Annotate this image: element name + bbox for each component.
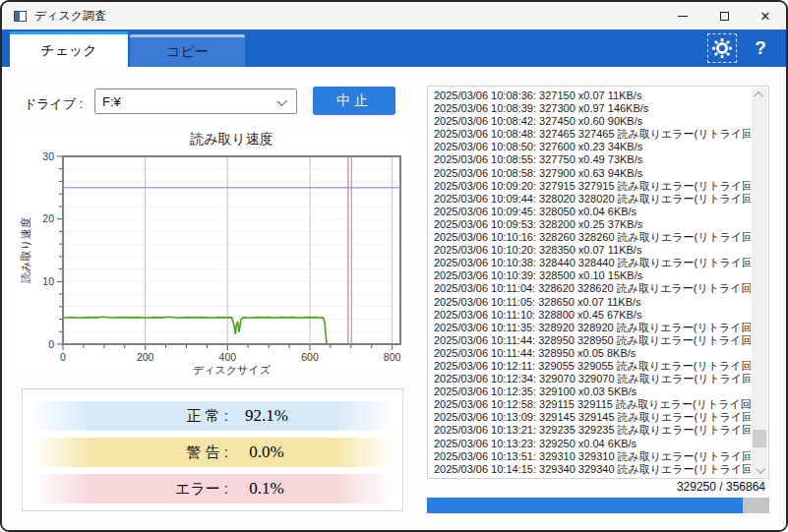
svg-text:20: 20 bbox=[42, 212, 54, 224]
stop-button[interactable]: 中止 bbox=[313, 87, 395, 115]
log-line: 2025/03/06 10:08:48: 327465 327465 読み取りエ… bbox=[434, 128, 751, 141]
log-line: 2025/03/06 10:09:53: 328200 x0.25 37KB/s bbox=[434, 218, 751, 231]
log-line: 2025/03/06 10:13:23: 329250 x0.04 6KB/s bbox=[434, 438, 751, 450]
svg-text:0: 0 bbox=[48, 338, 54, 350]
status-error-value: 0.1% bbox=[228, 479, 305, 499]
svg-text:読み取り速度: 読み取り速度 bbox=[190, 131, 273, 147]
log-line: 2025/03/06 10:09:20: 327915 327915 読み取りエ… bbox=[434, 180, 751, 193]
tab-check-label: チェック bbox=[40, 42, 96, 60]
log-line: 2025/03/06 10:12:11: 329055 329055 読み取りエ… bbox=[434, 360, 751, 373]
log-scrollbar[interactable] bbox=[752, 88, 767, 477]
log-line: 2025/03/06 10:10:38: 328440 328440 読み取りエ… bbox=[434, 257, 751, 269]
settings-button[interactable] bbox=[707, 33, 737, 63]
log-line: 2025/03/06 10:11:05: 328650 x0.07 11KB/s bbox=[434, 296, 751, 309]
tab-copy-label: コピー bbox=[166, 43, 209, 61]
svg-text:ディスクサイズ: ディスクサイズ bbox=[193, 364, 272, 376]
progress-fill bbox=[427, 498, 743, 513]
log-line: 2025/03/06 10:12:34: 329070 329070 読み取りエ… bbox=[434, 373, 751, 385]
tab-bar: チェック コピー ? bbox=[2, 30, 786, 67]
progress-label: 329250 / 356864 bbox=[677, 480, 765, 494]
log-line: 2025/03/06 10:11:44: 328950 x0.05 8KB/s bbox=[434, 347, 751, 360]
maximize-button[interactable] bbox=[703, 2, 745, 30]
svg-text:10: 10 bbox=[42, 275, 54, 287]
svg-text:200: 200 bbox=[137, 351, 154, 363]
read-speed-chart-svg: 02004006008000102030読み取り速度ディスクサイズ読み取り速度 bbox=[16, 128, 409, 376]
scrollbar-thumb[interactable] bbox=[753, 430, 766, 447]
log-line: 2025/03/06 10:11:35: 328920 328920 読み取りエ… bbox=[434, 322, 751, 334]
chevron-down-icon bbox=[277, 96, 287, 106]
status-warning-label: 警 告 : bbox=[120, 443, 228, 462]
app-icon bbox=[14, 11, 27, 22]
log-line: 2025/03/06 10:08:36: 327150 x0.07 11KB/s bbox=[434, 89, 751, 102]
log-line: 2025/03/06 10:10:16: 328260 328260 読み取りエ… bbox=[434, 231, 751, 244]
log-line: 2025/03/06 10:08:58: 327900 x0.63 94KB/s bbox=[434, 167, 751, 180]
log-line: 2025/03/06 10:11:44: 328950 328950 読み取りエ… bbox=[434, 334, 751, 347]
status-warning-value: 0.0% bbox=[228, 443, 305, 462]
chevron-up-icon bbox=[754, 91, 763, 101]
tab-copy[interactable]: コピー bbox=[130, 34, 245, 67]
stop-button-label: 中止 bbox=[336, 92, 372, 110]
gear-icon bbox=[711, 37, 733, 59]
minimize-button[interactable] bbox=[662, 2, 703, 30]
log-line: 2025/03/06 10:13:51: 329310 329310 読み取りエ… bbox=[434, 450, 751, 463]
help-button[interactable]: ? bbox=[749, 37, 772, 59]
log-line: 2025/03/06 10:11:04: 328620 328620 読み取りエ… bbox=[434, 282, 751, 295]
header-buttons: ? bbox=[707, 32, 772, 64]
status-row-error: エラー : 0.1% bbox=[32, 474, 393, 503]
maximize-icon bbox=[720, 12, 729, 21]
drive-label: ドライブ : bbox=[24, 95, 83, 113]
read-speed-chart: 02004006008000102030読み取り速度ディスクサイズ読み取り速度 bbox=[16, 128, 409, 376]
log-line: 2025/03/06 10:09:44: 328020 328020 読み取りエ… bbox=[434, 193, 751, 206]
svg-text:読み取り速度: 読み取り速度 bbox=[20, 217, 31, 283]
log-line: 2025/03/06 10:08:55: 327750 x0.49 73KB/s bbox=[434, 153, 751, 166]
status-panel: 正 常 : 92.1% 警 告 : 0.0% エラー : 0.1% bbox=[22, 388, 403, 511]
tab-check[interactable]: チェック bbox=[10, 31, 128, 67]
svg-text:400: 400 bbox=[219, 351, 237, 363]
log-line: 2025/03/06 10:08:39: 327300 x0.97 146KB/… bbox=[434, 102, 751, 115]
log-line: 2025/03/06 10:10:20: 328350 x0.07 11KB/s bbox=[434, 244, 751, 257]
log-line: 2025/03/06 10:13:09: 329145 329145 読み取りエ… bbox=[434, 411, 751, 424]
log-line: 2025/03/06 10:08:50: 327600 x0.23 34KB/s bbox=[434, 141, 751, 153]
log-line: 2025/03/06 10:14:15: 329340 329340 読み取りエ… bbox=[434, 463, 751, 476]
log-line: 2025/03/06 10:12:58: 329115 329115 読み取りエ… bbox=[434, 398, 751, 411]
window-title: ディスク調査 bbox=[34, 8, 106, 25]
log-line: 2025/03/06 10:13:21: 329235 329235 読み取りエ… bbox=[434, 424, 751, 437]
drive-select-value: F:¥ bbox=[102, 94, 121, 109]
log-line: 2025/03/06 10:09:45: 328050 x0.04 6KB/s bbox=[434, 206, 751, 218]
chevron-down-icon bbox=[756, 464, 765, 474]
drive-select[interactable]: F:¥ bbox=[94, 89, 297, 114]
title-bar: ディスク調査 ✕ bbox=[2, 2, 786, 30]
window-controls: ✕ bbox=[662, 2, 786, 30]
log-line: 2025/03/06 10:11:10: 328800 x0.45 67KB/s bbox=[434, 309, 751, 322]
log-line: 2025/03/06 10:10:39: 328500 x0.10 15KB/s bbox=[434, 269, 751, 282]
scroll-up-button[interactable] bbox=[752, 88, 767, 102]
close-icon: ✕ bbox=[760, 9, 771, 24]
status-row-warning: 警 告 : 0.0% bbox=[32, 438, 393, 467]
log-lines: 2025/03/06 10:08:36: 327150 x0.07 11KB/s… bbox=[434, 89, 751, 476]
svg-text:600: 600 bbox=[301, 351, 319, 363]
svg-text:30: 30 bbox=[42, 150, 54, 162]
status-row-normal: 正 常 : 92.1% bbox=[32, 401, 393, 431]
log-line: 2025/03/06 10:12:35: 329100 x0.03 5KB/s bbox=[434, 385, 751, 398]
close-button[interactable]: ✕ bbox=[745, 2, 786, 30]
content-area: ドライブ : F:¥ 中止 02004006008000102030読み取り速度… bbox=[2, 67, 786, 530]
log-list[interactable]: 2025/03/06 10:08:36: 327150 x0.07 11KB/s… bbox=[427, 86, 769, 479]
svg-text:0: 0 bbox=[60, 351, 66, 363]
status-normal-value: 92.1% bbox=[228, 406, 305, 426]
log-line: 2025/03/06 10:08:42: 327450 x0.60 90KB/s bbox=[434, 115, 751, 128]
status-error-label: エラー : bbox=[120, 480, 228, 499]
status-normal-label: 正 常 : bbox=[120, 407, 228, 426]
progress-bar bbox=[427, 498, 769, 513]
app-window: ディスク調査 ✕ チェック コピー bbox=[0, 0, 788, 532]
minimize-icon bbox=[678, 16, 688, 17]
svg-text:800: 800 bbox=[384, 351, 401, 363]
scroll-down-button[interactable] bbox=[752, 462, 767, 477]
